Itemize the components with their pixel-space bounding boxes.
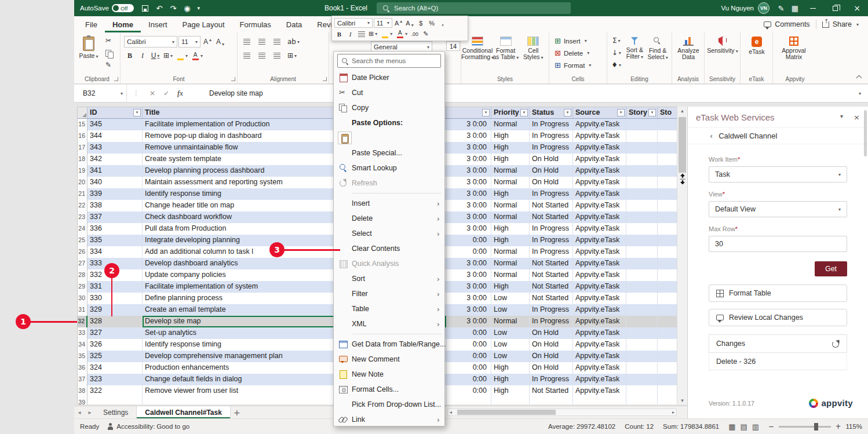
- menu-item[interactable]: Copy: [334, 100, 444, 115]
- h-scrollbar-right-thumb[interactable]: [457, 410, 556, 415]
- row-number[interactable]: 24: [78, 223, 87, 235]
- cell-source[interactable]: Appvity.eTask: [573, 119, 626, 130]
- h-scroll-right-arrow[interactable]: ▸: [672, 409, 674, 415]
- cell-id[interactable]: 344: [87, 130, 143, 142]
- menu-item[interactable]: Paste Options:: [334, 115, 444, 130]
- row-number[interactable]: 20: [78, 177, 87, 188]
- save-button[interactable]: [138, 1, 152, 16]
- row-number[interactable]: 33: [78, 327, 87, 339]
- cancel-icon[interactable]: ×: [145, 89, 159, 97]
- zoom-out-button[interactable]: −: [768, 422, 774, 431]
- mini-bold-button[interactable]: B: [334, 29, 344, 39]
- column-header-source[interactable]: Source▾: [573, 107, 626, 118]
- grow-font-button[interactable]: A▴: [202, 36, 213, 48]
- orientation-button[interactable]: ab▾: [286, 36, 301, 48]
- cell-time[interactable]: [447, 397, 491, 404]
- delete-cells-button[interactable]: ⊠Delete▾: [552, 47, 604, 59]
- row-number[interactable]: 38: [78, 385, 87, 397]
- cell-time[interactable]: 3 0:00: [447, 223, 491, 235]
- zoom-slider[interactable]: [779, 426, 831, 428]
- menu-item[interactable]: New Note: [334, 367, 444, 382]
- cell-story[interactable]: [626, 130, 658, 142]
- cell-priority[interactable]: High: [491, 130, 530, 142]
- cell-id[interactable]: 324: [87, 362, 143, 374]
- cell-id[interactable]: 329: [87, 304, 143, 316]
- cell-priority[interactable]: High: [491, 223, 530, 235]
- cell-source[interactable]: Appvity.eTask: [573, 281, 626, 293]
- cell-status[interactable]: In Progress: [530, 374, 573, 385]
- borders-button[interactable]: ⊞▾: [162, 50, 174, 61]
- comma-format-button[interactable]: ,: [438, 18, 448, 28]
- cell-story[interactable]: [626, 200, 658, 211]
- cell-source[interactable]: Appvity.eTask: [573, 154, 626, 165]
- autosum-button[interactable]: Σ▾: [610, 35, 623, 46]
- cell-sto[interactable]: [658, 281, 677, 293]
- cell-sto[interactable]: [658, 211, 677, 223]
- cell-sto[interactable]: [658, 235, 677, 246]
- mini-format-painter-button[interactable]: ✎: [421, 29, 431, 39]
- align-middle-button[interactable]: [256, 36, 268, 48]
- cell-status[interactable]: On Hold: [530, 165, 573, 177]
- cell-priority[interactable]: High: [491, 154, 530, 165]
- cell-status[interactable]: In Progress: [530, 304, 573, 316]
- cell-styles-button[interactable]: Cell Styles▾: [520, 35, 547, 61]
- cell-id[interactable]: 339: [87, 188, 143, 200]
- cell-story[interactable]: [626, 362, 658, 374]
- cell-priority[interactable]: High: [491, 142, 530, 154]
- cell-id[interactable]: [87, 397, 143, 404]
- cell-sto[interactable]: [658, 142, 677, 154]
- cell-priority[interactable]: Normal: [491, 258, 530, 269]
- cell-status[interactable]: [530, 397, 573, 404]
- mini-align-button[interactable]: [356, 29, 366, 39]
- cell-sto[interactable]: [658, 200, 677, 211]
- cell-story[interactable]: [626, 119, 658, 130]
- cell-sto[interactable]: [658, 177, 677, 188]
- menu-item[interactable]: Delete ›: [334, 211, 444, 226]
- cell-priority[interactable]: High: [491, 235, 530, 246]
- cell-priority[interactable]: High: [491, 281, 530, 293]
- etask-button[interactable]: eTask: [743, 35, 771, 55]
- cell-source[interactable]: Appvity.eTask: [573, 316, 626, 327]
- cell-time[interactable]: 3 0:00: [447, 293, 491, 304]
- menu-item[interactable]: Get Data from Table/Range...: [334, 337, 444, 352]
- cell-time[interactable]: 0:00: [447, 362, 491, 374]
- cell-priority[interactable]: Low: [491, 327, 530, 339]
- cell-status[interactable]: In Progress: [530, 130, 573, 142]
- name-box[interactable]: B32▾: [77, 85, 127, 102]
- column-header-story[interactable]: Story▾: [626, 107, 658, 118]
- h-scroll-left-arrow[interactable]: ◂: [450, 409, 452, 415]
- cell-source[interactable]: Appvity.eTask: [573, 258, 626, 269]
- cell-story[interactable]: [626, 165, 658, 177]
- column-header-id[interactable]: ID▾: [87, 107, 143, 118]
- cell-sto[interactable]: [658, 246, 677, 258]
- cell-source[interactable]: Appvity.eTask: [573, 304, 626, 316]
- cell-sto[interactable]: [658, 327, 677, 339]
- cell-sto[interactable]: [658, 258, 677, 269]
- cell-status[interactable]: In Progress: [530, 316, 573, 327]
- row-number[interactable]: 22: [78, 200, 87, 211]
- panel-close-icon[interactable]: ×: [854, 113, 860, 122]
- page-layout-view-icon[interactable]: ▤: [741, 422, 747, 431]
- sheet-nav-left-icon[interactable]: ◂: [74, 406, 85, 418]
- cell-id[interactable]: 340: [87, 177, 143, 188]
- percent-format-button[interactable]: %: [427, 18, 437, 28]
- cell-status[interactable]: In Progress: [530, 223, 573, 235]
- mini-font-size-select[interactable]: 11▾: [374, 18, 392, 28]
- zoom-slider-thumb[interactable]: [814, 423, 818, 431]
- mini-increase-decimal-button[interactable]: .00: [410, 29, 420, 39]
- cell-time[interactable]: 3 0:00: [447, 154, 491, 165]
- underline-button[interactable]: U▾: [149, 50, 161, 61]
- cell-time[interactable]: 3 0:00: [447, 258, 491, 269]
- font-dialog-launcher[interactable]: [231, 77, 235, 81]
- cell-source[interactable]: Appvity.eTask: [573, 374, 626, 385]
- fill-button[interactable]: ↓▾: [610, 47, 623, 59]
- cell-source[interactable]: Appvity.eTask: [573, 269, 626, 281]
- cell-sto[interactable]: [658, 362, 677, 374]
- user-name[interactable]: Vu Nguyen: [721, 5, 754, 12]
- vertical-scrollbar-thumb[interactable]: [679, 117, 686, 173]
- menu-item[interactable]: Insert ›: [334, 196, 444, 211]
- cell-story[interactable]: [626, 142, 658, 154]
- cell-id[interactable]: 343: [87, 142, 143, 154]
- insert-function-icon[interactable]: fx: [173, 89, 187, 98]
- menu-item[interactable]: Quick Analysis: [334, 256, 444, 271]
